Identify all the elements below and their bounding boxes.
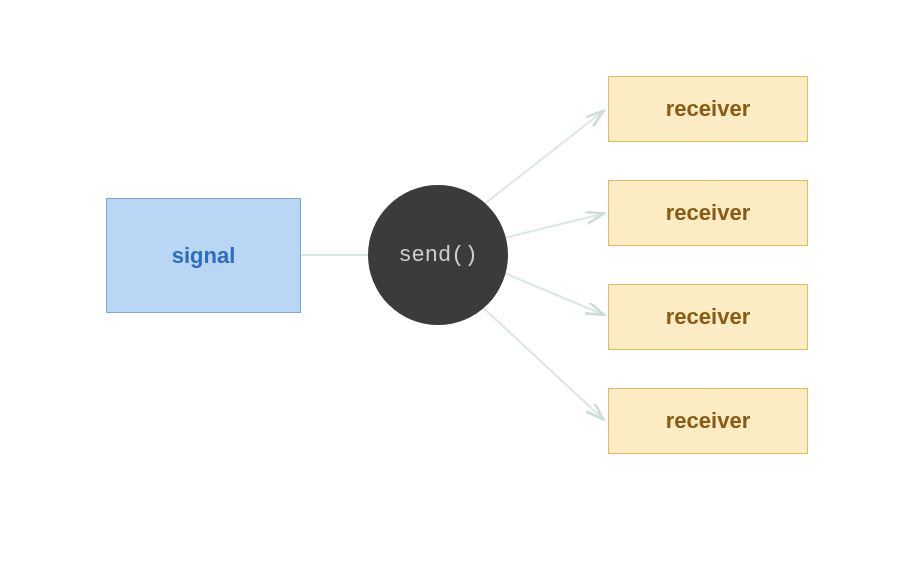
send-label: send(): [398, 243, 477, 268]
receiver-label: receiver: [666, 304, 750, 330]
connector-send-to-receiver-4: [478, 303, 602, 418]
receiver-label: receiver: [666, 408, 750, 434]
receiver-node-1: receiver: [608, 76, 808, 142]
receiver-node-4: receiver: [608, 388, 808, 454]
receiver-node-3: receiver: [608, 284, 808, 350]
receiver-label: receiver: [666, 96, 750, 122]
connector-send-to-receiver-2: [504, 214, 602, 238]
signal-label: signal: [172, 243, 236, 269]
signal-node: signal: [106, 198, 301, 313]
send-node: send(): [368, 185, 508, 325]
connector-send-to-receiver-1: [478, 112, 602, 209]
connector-send-to-receiver-3: [504, 273, 602, 314]
receiver-node-2: receiver: [608, 180, 808, 246]
receiver-label: receiver: [666, 200, 750, 226]
